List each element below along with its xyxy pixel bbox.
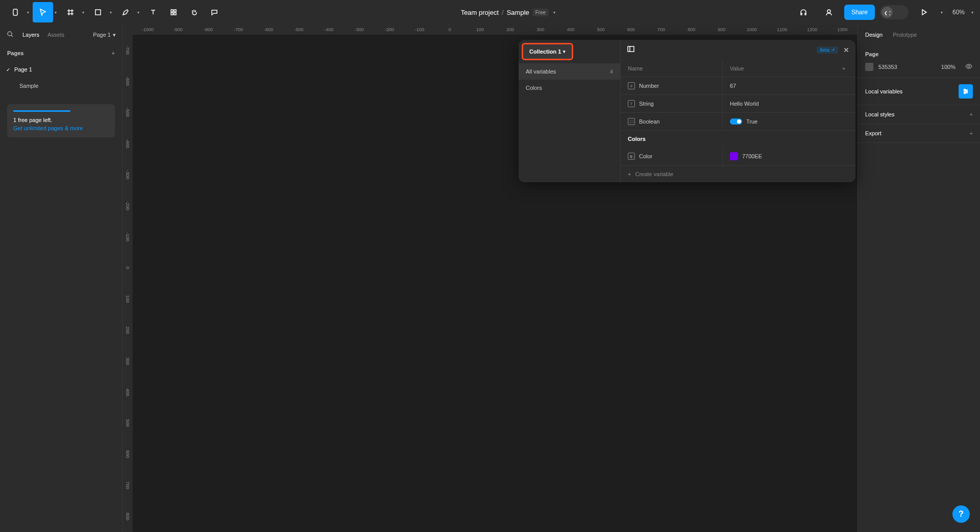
- color-swatch[interactable]: [730, 152, 738, 160]
- group-colors[interactable]: Colors: [519, 80, 620, 96]
- project-name[interactable]: Team project: [461, 9, 499, 16]
- svg-rect-1: [95, 10, 101, 15]
- variable-value: 7700EE: [742, 153, 762, 159]
- ruler-tick: 400: [122, 377, 133, 408]
- ruler-tick: -1000: [133, 25, 163, 35]
- add-page-button[interactable]: +: [112, 50, 115, 56]
- main-menu[interactable]: [5, 2, 26, 22]
- variable-row[interactable]: ☐BooleanTrue: [621, 113, 855, 131]
- collection-dropdown[interactable]: Collection 1 ▾: [522, 43, 573, 60]
- cursor-icon: [39, 8, 47, 16]
- chevron-down-icon[interactable]: ▾: [26, 10, 31, 15]
- ruler-tick: -100: [405, 25, 435, 35]
- chevron-down-icon[interactable]: ▾: [81, 10, 86, 15]
- ruler-tick: -600: [122, 66, 133, 97]
- page-color-opacity[interactable]: 100%: [941, 64, 955, 70]
- ruler-tick: -300: [344, 25, 374, 35]
- ruler-tick: 300: [525, 25, 555, 35]
- ruler-tick: -200: [374, 25, 404, 35]
- chevron-down-icon[interactable]: ▾: [939, 10, 944, 15]
- ruler-tick: 0: [122, 252, 133, 283]
- right-sidebar: Design Prototype Page 535353 100% Local …: [857, 25, 980, 532]
- svg-rect-2: [171, 10, 173, 12]
- comment-icon: [210, 8, 218, 16]
- dev-mode-toggle[interactable]: [880, 5, 909, 19]
- share-button[interactable]: Share: [844, 5, 875, 20]
- toolbar: ▾ ▾ ▾ ▾ ▾ Team project / Sample Free ▾ S…: [0, 0, 980, 25]
- ruler-tick: 1100: [767, 25, 797, 35]
- chevron-down-icon[interactable]: ▾: [53, 10, 58, 15]
- svg-rect-5: [174, 13, 176, 15]
- settings-icon: [962, 87, 970, 95]
- pages-label: Pages: [7, 50, 23, 56]
- variable-row[interactable]: TStringHello World: [621, 95, 855, 113]
- add-style-button[interactable]: +: [970, 111, 973, 117]
- string-type-icon: T: [628, 100, 635, 107]
- page-dropdown[interactable]: Page 1▾: [93, 32, 116, 38]
- promo-text: 1 free page left.: [13, 117, 52, 123]
- hand-icon: [190, 8, 198, 16]
- page-color-hex[interactable]: 535353: [878, 64, 897, 70]
- chevron-down-icon[interactable]: ▾: [552, 10, 557, 15]
- play-icon: [920, 8, 928, 16]
- group-all-variables[interactable]: All variables 4: [519, 63, 620, 80]
- pen-tool[interactable]: [115, 2, 136, 22]
- promo-link[interactable]: Get unlimited pages & more: [13, 125, 109, 131]
- comment-tool[interactable]: [204, 2, 225, 22]
- chevron-down-icon: ▾: [563, 49, 566, 54]
- page-color-swatch[interactable]: [865, 63, 873, 71]
- variable-value: 67: [730, 83, 736, 89]
- tab-assets[interactable]: Assets: [47, 32, 64, 38]
- ruler-tick: 500: [586, 25, 616, 35]
- help-button[interactable]: ?: [952, 505, 970, 523]
- person-icon: [825, 8, 833, 16]
- number-type-icon: #: [628, 82, 635, 89]
- variable-row[interactable]: ◐ Color 7700EE: [621, 147, 855, 166]
- create-variable-button[interactable]: + Create variable: [621, 166, 855, 182]
- file-name[interactable]: Sample: [507, 9, 529, 16]
- ruler-tick: 500: [122, 408, 133, 439]
- beta-badge[interactable]: Beta↗: [817, 46, 838, 54]
- chevron-down-icon[interactable]: ▾: [108, 10, 113, 15]
- text-tool[interactable]: [143, 2, 163, 22]
- chevron-down-icon[interactable]: ▾: [136, 10, 141, 15]
- ruler-tick: 800: [676, 25, 706, 35]
- hand-tool[interactable]: [184, 2, 204, 22]
- ruler-tick: 1300: [827, 25, 857, 35]
- variable-row[interactable]: #Number67: [621, 77, 855, 95]
- chevron-down-icon: ▾: [113, 32, 116, 38]
- figma-logo-icon: [11, 8, 19, 16]
- ruler-horizontal: -1000-900-800-700-600-500-400-300-200-10…: [133, 25, 857, 35]
- page-item[interactable]: Page 1: [0, 61, 122, 78]
- frame-tool[interactable]: [60, 2, 81, 22]
- promo-progress: [13, 110, 70, 112]
- close-button[interactable]: ✕: [843, 46, 849, 54]
- ruler-tick: -500: [284, 25, 314, 35]
- add-export-button[interactable]: +: [970, 130, 973, 136]
- visibility-icon[interactable]: [965, 62, 973, 71]
- tab-design[interactable]: Design: [865, 32, 883, 38]
- layer-item[interactable]: Sample: [0, 78, 122, 94]
- move-tool[interactable]: [33, 2, 53, 22]
- shape-tool[interactable]: [88, 2, 108, 22]
- svg-point-9: [964, 89, 966, 91]
- variable-name: String: [639, 101, 654, 107]
- present-button[interactable]: [914, 2, 934, 22]
- search-icon[interactable]: [6, 30, 14, 39]
- chevron-down-icon[interactable]: ▾: [970, 10, 975, 15]
- zoom-level[interactable]: 60%: [952, 9, 965, 16]
- ruler-tick: 100: [122, 283, 133, 315]
- left-sidebar: Layers Assets Page 1▾ Pages + Page 1 Sam…: [0, 25, 122, 532]
- avatar[interactable]: [819, 2, 839, 22]
- variable-value: Hello World: [730, 101, 759, 107]
- resources-tool[interactable]: [163, 2, 184, 22]
- local-variables-button[interactable]: [959, 84, 973, 99]
- audio-button[interactable]: [793, 2, 814, 22]
- tab-prototype[interactable]: Prototype: [893, 32, 917, 38]
- boolean-toggle[interactable]: [730, 118, 742, 125]
- breadcrumb-separator: /: [502, 9, 504, 16]
- sidebar-toggle-icon[interactable]: [627, 45, 635, 55]
- ruler-tick: -700: [224, 25, 254, 35]
- add-mode-button[interactable]: +: [835, 60, 855, 77]
- tab-layers[interactable]: Layers: [22, 32, 39, 38]
